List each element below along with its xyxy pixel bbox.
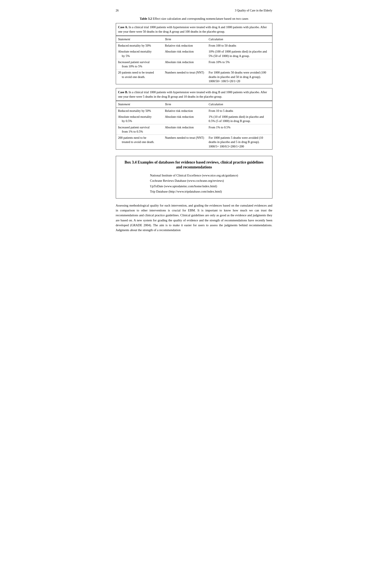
- case-b-label: Case B.: [118, 90, 128, 94]
- col-header-calc: Calculation: [207, 101, 272, 108]
- table-row: Increased patient survivalfrom 1% to 0.5…: [116, 124, 272, 135]
- calc-cell: From 10 to 5 deaths: [207, 108, 272, 114]
- case-a-table: Statement Term Calculation Reduced morta…: [116, 36, 272, 84]
- case-b-intro: Case B. In a clinical trial 1000 patient…: [116, 88, 272, 101]
- chapter-title: 3 Quality of Care in the Elderly: [235, 8, 272, 13]
- case-a-block: Case A. In a clinical trial 1000 patient…: [116, 23, 272, 84]
- statement-cell: 200 patients need to betreated to avoid …: [116, 135, 163, 149]
- term-cell: Relative risk reduction: [163, 42, 207, 49]
- term-cell: Relative risk reduction: [163, 108, 207, 114]
- list-item: Cochrane Reviews Database (www.cochrane.…: [150, 178, 238, 184]
- box-3-4: Box 3.4 Examples of databases for eviden…: [116, 156, 272, 199]
- table-row: Increased patient survivalfrom 10% to 5%…: [116, 59, 272, 70]
- col-header-term: Term: [163, 101, 207, 108]
- calc-cell: For 1000 patients 50 deaths were avoided…: [207, 70, 272, 84]
- statement-cell: Reduced mortality by 50%: [116, 42, 163, 49]
- list-item: UpToDate (www.uptodateinc.com/home/index…: [150, 184, 238, 189]
- table-caption: Table 3.2 Effect size calculation and co…: [116, 17, 272, 21]
- table-row: Absolute reduced mortalityby 5% Absolute…: [116, 49, 272, 59]
- statement-cell: Increased patient survivalfrom 10% to 5%: [116, 59, 163, 70]
- list-item: Trip Database (http://www.tripdatabase.c…: [150, 189, 238, 194]
- calc-cell: From 1% to 0.5%: [207, 124, 272, 135]
- case-b-table: Statement Term Calculation Reduced morta…: [116, 101, 272, 149]
- page-number-left: 26: [116, 8, 119, 13]
- table-row: 200 patients need to betreated to avoid …: [116, 135, 272, 149]
- statement-cell: Reduced mortality by 50%: [116, 108, 163, 114]
- term-cell: Absolute risk reduction: [163, 114, 207, 124]
- case-a-intro: Case A. In a clinical trial 1000 patient…: [116, 23, 272, 36]
- table-caption-text: Effect size calculation and correspondin…: [152, 17, 248, 20]
- case-a-intro-text: In a clinical trial 1000 patients with h…: [118, 26, 267, 33]
- statement-cell: Absolute reduced mortalityby 0.5%: [116, 114, 163, 124]
- case-b-intro-text: In a clinical trial 1000 patients with h…: [118, 90, 267, 98]
- col-header-statement: Statement: [116, 101, 163, 108]
- calc-cell: From 10% to 5%: [207, 59, 272, 70]
- col-header-calc: Calculation: [207, 36, 272, 43]
- calc-cell: 10% (100 of 1000 patients died) in place…: [207, 49, 272, 59]
- calc-cell: For 1000 patients 5 deaths were avoided …: [207, 135, 272, 149]
- case-a-label: Case A.: [118, 26, 128, 29]
- case-b-block: Case B. In a clinical trial 1000 patient…: [116, 88, 272, 150]
- box-list: National Institute of Clinical Excellenc…: [150, 173, 238, 194]
- term-cell: Numbers needed to treat (NNT): [163, 135, 207, 149]
- term-cell: Absolute risk reduction: [163, 59, 207, 70]
- calc-cell: 1% (10 of 1000 patients died) in placebo…: [207, 114, 272, 124]
- statement-cell: 20 patients need to be treatedto avoid o…: [116, 70, 163, 84]
- col-header-statement: Statement: [116, 36, 163, 43]
- table-row: Reduced mortality by 50% Relative risk r…: [116, 42, 272, 49]
- list-item: National Institute of Clinical Excellenc…: [150, 173, 238, 178]
- col-header-term: Term: [163, 36, 207, 43]
- term-cell: Absolute risk reduction: [163, 49, 207, 59]
- page-header: 26 3 Quality of Care in the Elderly: [116, 8, 272, 13]
- calc-cell: From 100 to 50 deaths: [207, 42, 272, 49]
- box-title: Box 3.4 Examples of databases for eviden…: [122, 160, 266, 170]
- body-paragraph: Assessing methodological quality for eac…: [116, 203, 272, 233]
- table-label: Table 3.2: [140, 17, 152, 20]
- table-row: 20 patients need to be treatedto avoid o…: [116, 70, 272, 84]
- term-cell: Numbers needed to treat (NNT): [163, 70, 207, 84]
- statement-cell: Absolute reduced mortalityby 5%: [116, 49, 163, 59]
- statement-cell: Increased patient survivalfrom 1% to 0.5…: [116, 124, 163, 135]
- term-cell: Absolute risk reduction: [163, 124, 207, 135]
- table-row: Absolute reduced mortalityby 0.5% Absolu…: [116, 114, 272, 124]
- table-row: Reduced mortality by 50% Relative risk r…: [116, 108, 272, 114]
